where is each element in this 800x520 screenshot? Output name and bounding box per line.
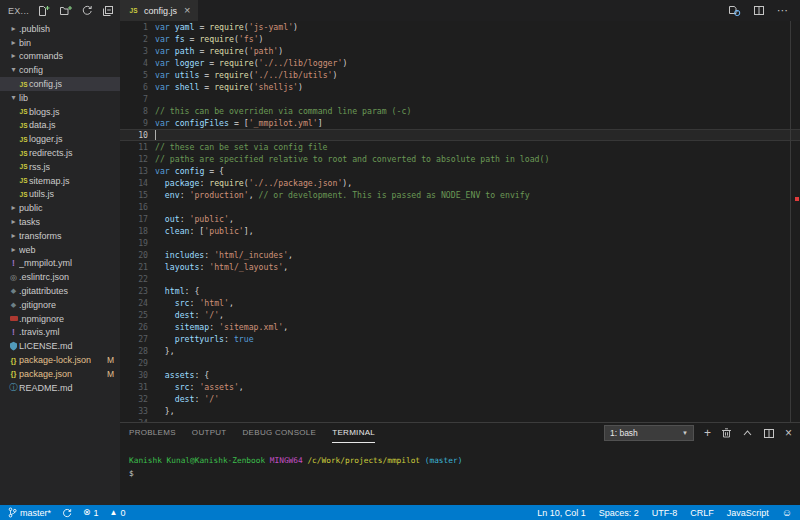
tree-item-utils-js[interactable]: JSutils.js [0, 188, 120, 202]
maximize-panel-icon[interactable] [742, 428, 753, 438]
code-line-16: 16 [120, 201, 800, 213]
tree-item-gitignore[interactable]: ◆.gitignore [0, 298, 120, 312]
tree-item-sitemap-js[interactable]: JSsitemap.js [0, 174, 120, 188]
tree-item-web[interactable]: ▸web [0, 243, 120, 257]
status-item-ln-10-col-1[interactable]: Ln 10, Col 1 [537, 508, 586, 518]
close-panel-icon[interactable]: × [785, 427, 792, 439]
status-item-crlf[interactable]: CRLF [690, 508, 714, 518]
vscode-window: EX... ▸.publish▸bin▸commands▾configJScon… [0, 0, 800, 520]
tree-item-readme-md[interactable]: ⓘREADME.md [0, 381, 120, 395]
code-line-3: 3var path = require('path') [120, 45, 800, 57]
tree-item-rss-js[interactable]: JSrss.js [0, 160, 120, 174]
chevron-down-icon: ▾ [8, 66, 19, 74]
tree-item-commands[interactable]: ▸commands [0, 50, 120, 64]
status-item-utf-8[interactable]: UTF-8 [652, 508, 678, 518]
terminal-output[interactable]: Kanishk Kunal@Kanishk-Zenbook MINGW64 /c… [120, 443, 800, 480]
tree-item-logger-js[interactable]: JSlogger.js [0, 132, 120, 146]
code-line-17: 17 out: 'public', [120, 213, 800, 225]
json-file-icon: {} [8, 356, 19, 365]
panel-tab-debug-console[interactable]: DEBUG CONSOLE [243, 423, 317, 443]
overview-ruler[interactable] [790, 21, 800, 423]
explorer-title: EX... [8, 6, 29, 16]
git-modified-badge: M [107, 369, 120, 379]
code-line-18: 18 clean: ['public'], [120, 225, 800, 237]
error-marker [795, 197, 799, 201]
close-tab-icon[interactable]: × [184, 5, 190, 16]
eslint-file-icon: ◎ [8, 273, 19, 282]
code-line-32: 32 dest: '/' [120, 393, 800, 405]
open-changes-icon[interactable] [728, 5, 741, 17]
status-right-items: Ln 10, Col 1Spaces: 2UTF-8CRLFJavaScript [537, 508, 769, 518]
explorer-sidebar: EX... ▸.publish▸bin▸commands▾configJScon… [0, 0, 120, 505]
new-file-icon[interactable] [37, 5, 50, 17]
code-editor[interactable]: 1var yaml = require('js-yaml')2var fs = … [120, 21, 800, 423]
tree-item-package-lock-json[interactable]: {}package-lock.jsonM [0, 353, 120, 367]
code-line-12: 12// paths are specified relative to roo… [120, 153, 800, 165]
tree-item-label: LICENSE.md [19, 341, 73, 351]
kill-terminal-icon[interactable] [721, 427, 732, 439]
tree-item-npmignore[interactable]: .npmignore [0, 312, 120, 326]
panel-tab-terminal[interactable]: TERMINAL [332, 423, 375, 443]
status-item-spaces-2[interactable]: Spaces: 2 [599, 508, 639, 518]
sync-icon [62, 508, 72, 518]
tree-item-label: bin [19, 38, 31, 48]
status-item-javascript[interactable]: JavaScript [727, 508, 769, 518]
tree-item-bin[interactable]: ▸bin [0, 36, 120, 50]
tree-item-data-js[interactable]: JSdata.js [0, 119, 120, 133]
git-branch-status[interactable]: master* [8, 507, 51, 518]
tree-item-license-md[interactable]: LICENSE.md [0, 339, 120, 353]
panel-tab-output[interactable]: OUTPUT [192, 423, 227, 443]
code-line-8: 8// this can be overriden via command li… [120, 105, 800, 117]
tree-item-label: public [19, 203, 43, 213]
tree-item-gitattributes[interactable]: ◆.gitattributes [0, 284, 120, 298]
yml-file-icon: ! [8, 327, 19, 337]
tab-label: config.js [144, 6, 177, 16]
tab-config-js[interactable]: JS config.js × [120, 0, 198, 21]
tree-item-mmpilot-yml[interactable]: !_mmpilot.yml [0, 257, 120, 271]
feedback-smiley-icon[interactable]: ☺ [782, 508, 792, 518]
panel-header: PROBLEMSOUTPUTDEBUG CONSOLETERMINAL 1: b… [120, 423, 800, 443]
code-line-25: 25 dest: '/', [120, 309, 800, 321]
js-file-icon: JS [128, 7, 139, 14]
warning-count-value: 0 [121, 508, 126, 518]
split-editor-icon[interactable] [753, 5, 765, 16]
terminal-line: $ [129, 467, 800, 480]
line-number: 30 [120, 369, 155, 381]
sync-status[interactable] [62, 508, 72, 518]
chevron-right-icon: ▸ [8, 25, 19, 33]
tree-item-transforms[interactable]: ▸transforms [0, 229, 120, 243]
tree-item-travis-yml[interactable]: !.travis.yml [0, 326, 120, 340]
line-number: 16 [120, 201, 155, 213]
new-folder-icon[interactable] [59, 5, 72, 17]
git-modified-badge: M [107, 355, 120, 365]
code-line-19: 19 [120, 237, 800, 249]
more-actions-icon[interactable]: ⋯ [777, 5, 788, 16]
tree-item-config[interactable]: ▾config [0, 63, 120, 77]
warning-count[interactable]: ▲ 0 [110, 508, 126, 518]
tree-item-label: sitemap.js [29, 176, 70, 186]
js-file-icon: JS [18, 150, 29, 157]
tree-item-config-js[interactable]: JSconfig.js [0, 77, 120, 91]
new-terminal-icon[interactable]: + [704, 427, 711, 439]
terminal-shell-select[interactable]: 1: bash ▼ [604, 425, 694, 441]
split-terminal-icon[interactable] [763, 428, 775, 439]
text-cursor [155, 130, 156, 140]
panel-tab-problems[interactable]: PROBLEMS [129, 423, 176, 443]
tree-item-public[interactable]: ▸public [0, 201, 120, 215]
tree-item-eslintrc-json[interactable]: ◎.eslintrc.json [0, 270, 120, 284]
chevron-right-icon: ▸ [8, 39, 19, 47]
tree-item-tasks[interactable]: ▸tasks [0, 215, 120, 229]
tree-item-lib[interactable]: ▾lib [0, 91, 120, 105]
tree-item-label: utils.js [29, 189, 54, 199]
tree-item-redirects-js[interactable]: JSredirects.js [0, 146, 120, 160]
collapse-all-icon[interactable] [102, 5, 114, 17]
tree-item-publish[interactable]: ▸.publish [0, 22, 120, 36]
tree-item-label: rss.js [29, 162, 50, 172]
tree-item-blogs-js[interactable]: JSblogs.js [0, 105, 120, 119]
yml-file-icon: ! [8, 258, 19, 268]
refresh-icon[interactable] [81, 5, 93, 17]
error-count[interactable]: ⊗ 1 [83, 508, 99, 518]
tree-item-package-json[interactable]: {}package.jsonM [0, 367, 120, 381]
js-file-icon: JS [18, 177, 29, 184]
tree-item-label: data.js [29, 120, 56, 130]
